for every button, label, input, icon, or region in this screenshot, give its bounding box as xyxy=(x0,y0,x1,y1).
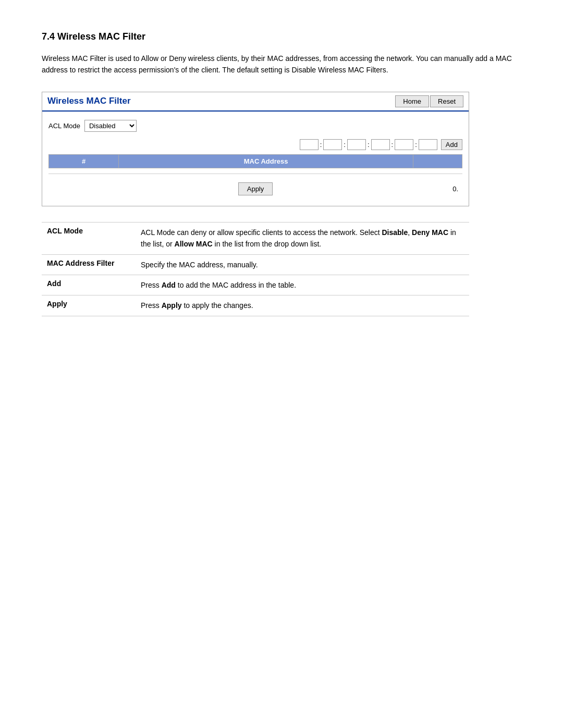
widget-title: Wireless MAC Filter xyxy=(47,96,131,106)
widget-divider xyxy=(48,174,462,174)
home-button[interactable]: Home xyxy=(395,95,429,107)
desc-term: ACL Mode xyxy=(42,222,136,254)
mac-sep-4: : xyxy=(391,141,394,149)
desc-definition: Specify the MAC address, manually. xyxy=(136,254,469,275)
mac-sep-1: : xyxy=(320,141,322,149)
mac-octet-1[interactable] xyxy=(300,139,319,150)
widget-header: Wireless MAC Filter Home Reset xyxy=(42,92,469,112)
mac-octet-6[interactable] xyxy=(419,139,437,150)
acl-mode-label: ACL Mode xyxy=(48,122,80,130)
desc-definition: ACL Mode can deny or allow specific clie… xyxy=(136,222,469,254)
widget-header-buttons: Home Reset xyxy=(395,95,463,107)
page-title: 7.4 Wireless MAC Filter xyxy=(42,31,521,42)
description-table: ACL ModeACL Mode can deny or allow speci… xyxy=(42,222,469,316)
desc-table-row: ACL ModeACL Mode can deny or allow speci… xyxy=(42,222,469,254)
table-header-row: # MAC Address xyxy=(49,154,462,168)
desc-table-row: ApplyPress Apply to apply the changes. xyxy=(42,295,469,316)
mac-octet-4[interactable] xyxy=(371,139,390,150)
desc-table-row: MAC Address FilterSpecify the MAC addres… xyxy=(42,254,469,275)
desc-term: Add xyxy=(42,275,136,295)
widget-body: ACL Mode Disabled Allow Deny : : : : : A… xyxy=(42,112,469,206)
col-mac-address: MAC Address xyxy=(119,154,413,168)
mac-octet-5[interactable] xyxy=(395,139,413,150)
mac-sep-3: : xyxy=(368,141,370,149)
acl-mode-select[interactable]: Disabled Allow Deny xyxy=(84,120,137,132)
desc-term: MAC Address Filter xyxy=(42,254,136,275)
reset-button[interactable]: Reset xyxy=(430,95,463,107)
desc-definition: Press Apply to apply the changes. xyxy=(136,295,469,316)
col-hash: # xyxy=(49,154,119,168)
mac-octet-3[interactable] xyxy=(347,139,366,150)
mac-sep-5: : xyxy=(415,141,417,149)
apply-row: Apply 0. xyxy=(48,178,462,198)
add-button[interactable]: Add xyxy=(441,139,462,150)
page-description: Wireless MAC Filter is used to Allow or … xyxy=(42,53,521,76)
col-action xyxy=(413,154,462,168)
desc-table-row: AddPress Add to add the MAC address in t… xyxy=(42,275,469,295)
mac-octet-2[interactable] xyxy=(323,139,342,150)
mac-address-input-row: : : : : : Add xyxy=(48,139,462,150)
wireless-mac-filter-widget: Wireless MAC Filter Home Reset ACL Mode … xyxy=(42,92,469,206)
desc-term: Apply xyxy=(42,295,136,316)
mac-sep-2: : xyxy=(344,141,346,149)
desc-definition: Press Add to add the MAC address in the … xyxy=(136,275,469,295)
entry-count: 0. xyxy=(452,185,458,193)
mac-address-table: # MAC Address xyxy=(48,154,462,168)
apply-button[interactable]: Apply xyxy=(238,182,273,195)
acl-mode-row: ACL Mode Disabled Allow Deny xyxy=(48,120,462,132)
